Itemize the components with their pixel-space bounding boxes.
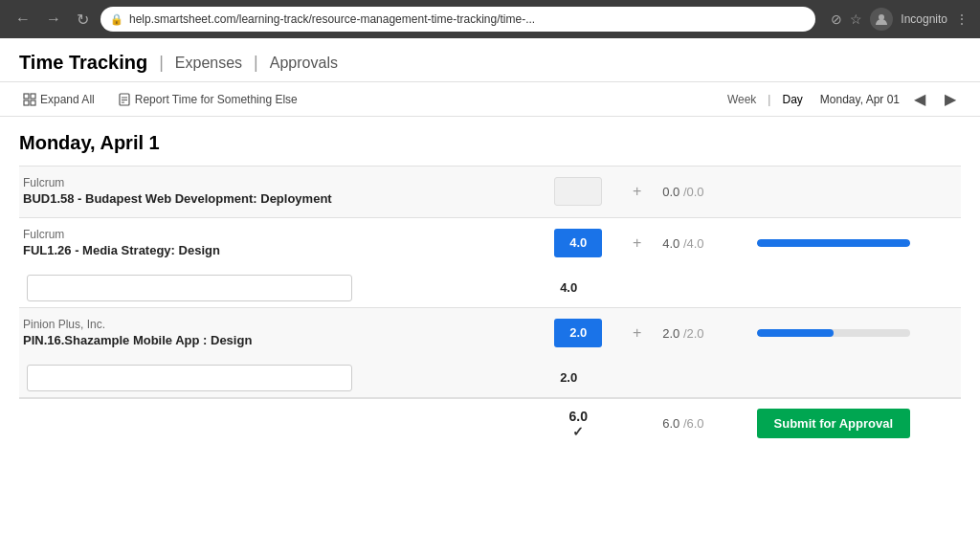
bar-cell-2 — [749, 217, 961, 268]
project-name-1: Fulcrum — [23, 176, 529, 189]
current-date: Monday, Apr 01 — [820, 93, 900, 106]
nav-divider-1: | — [159, 53, 164, 73]
time-btn-2[interactable]: 4.0 — [554, 229, 602, 257]
day-view-option[interactable]: Day — [782, 93, 802, 106]
plus-cell-2: + — [619, 217, 655, 268]
footer-total-right: 6.0 /6.0 — [655, 398, 748, 449]
toolbar-left: Expand All Report Time for Something Els… — [19, 91, 727, 108]
plus-icon-3[interactable]: + — [633, 324, 641, 341]
total-value-1: 0.0 — [662, 185, 679, 199]
bar-cell-3 — [749, 307, 961, 358]
forward-button[interactable]: → — [42, 7, 65, 32]
footer-total-left: 6.0 ✓ — [537, 398, 619, 449]
prev-day-button[interactable]: ◀ — [909, 88, 930, 110]
progress-fill-2 — [757, 239, 910, 247]
progress-fill-3 — [757, 329, 834, 337]
next-day-button[interactable]: ▶ — [940, 88, 961, 110]
table-row: Fulcrum FUL1.26 - Media Strategy: Design… — [19, 217, 961, 268]
progress-bar-2 — [757, 239, 910, 247]
footer-total-left-value: 6.0 — [545, 409, 612, 424]
table-row: Pinion Plus, Inc. PIN.16.Shazample Mobil… — [19, 307, 961, 358]
plus-icon-1[interactable]: + — [633, 183, 641, 199]
plus-cell-3: + — [619, 307, 655, 358]
time-btn-3[interactable]: 2.0 — [554, 319, 602, 347]
project-name-2: Fulcrum — [23, 228, 529, 241]
main-content: Monday, April 1 Fulcrum BUD1.58 - Budape… — [0, 117, 980, 468]
sub-row-3: 2.0 — [19, 359, 961, 398]
bar-cell-1 — [749, 167, 961, 218]
sub-row-value-2: 4.0 — [545, 280, 592, 295]
total-max-2: /4.0 — [683, 236, 704, 251]
time-table: Fulcrum BUD1.58 - Budapest Web Developme… — [19, 166, 961, 449]
plus-icon-2[interactable]: + — [633, 234, 641, 251]
svg-rect-3 — [24, 100, 29, 105]
lock-icon: 🔒 — [110, 13, 123, 26]
back-button[interactable]: ← — [11, 7, 34, 32]
nav-expenses[interactable]: Expenses — [175, 55, 242, 72]
day-heading: Monday, April 1 — [19, 117, 961, 166]
svg-rect-1 — [24, 94, 29, 99]
task-name-3: PIN.16.Shazample Mobile App : Design — [23, 333, 529, 349]
sub-row-input-3[interactable] — [27, 365, 352, 391]
sub-value-cell-3: 2.0 — [537, 359, 619, 398]
task-name-2: FUL1.26 - Media Strategy: Design — [23, 243, 529, 259]
time-input-cell-2: 4.0 — [537, 217, 619, 268]
sub-row-spacer-3 — [619, 359, 961, 398]
total-cell-3: 2.0 /2.0 — [655, 307, 748, 358]
plus-cell-1: + — [619, 167, 655, 218]
report-time-button[interactable]: Report Time for Something Else — [114, 91, 301, 108]
sub-row-value-3: 2.0 — [545, 370, 592, 385]
footer-spacer — [19, 398, 537, 449]
footer-submit-cell: Submit for Approval — [749, 398, 961, 449]
table-row: Fulcrum BUD1.58 - Budapest Web Developme… — [19, 167, 961, 218]
total-max-3: /2.0 — [683, 326, 704, 341]
submit-approval-button[interactable]: Submit for Approval — [757, 409, 910, 438]
expand-all-button[interactable]: Expand All — [19, 91, 99, 108]
report-icon — [118, 93, 131, 106]
week-view-option[interactable]: Week — [727, 93, 756, 106]
browser-icons: ⊘ ☆ Incognito ⋮ — [831, 8, 969, 31]
footer-plus-spacer — [619, 398, 655, 449]
toolbar: Expand All Report Time for Something Els… — [0, 82, 980, 117]
footer-row: 6.0 ✓ 6.0 /6.0 Submit for Approval — [19, 398, 961, 449]
project-cell-1: Fulcrum BUD1.58 - Budapest Web Developme… — [19, 167, 537, 218]
bookmark-icon[interactable]: ☆ — [850, 11, 862, 27]
refresh-button[interactable]: ↻ — [73, 7, 93, 33]
address-bar[interactable]: 🔒 help.smartsheet.com/learning-track/res… — [100, 7, 815, 32]
sub-input-cell-2 — [19, 269, 537, 308]
total-max-1: /0.0 — [683, 185, 704, 199]
time-btn-1[interactable] — [554, 177, 602, 206]
svg-rect-2 — [31, 94, 35, 99]
report-time-label: Report Time for Something Else — [135, 93, 298, 106]
svg-rect-4 — [31, 100, 35, 105]
top-nav: Time Tracking | Expenses | Approvals — [0, 38, 980, 82]
browser-chrome: ← → ↻ 🔒 help.smartsheet.com/learning-tra… — [0, 0, 980, 38]
expand-all-label: Expand All — [40, 93, 95, 106]
view-divider: | — [768, 93, 770, 106]
footer-total-right-max: /6.0 — [683, 416, 704, 431]
more-menu-button[interactable]: ⋮ — [955, 11, 969, 27]
footer-checkmark: ✓ — [545, 424, 612, 439]
sub-row-input-2[interactable] — [27, 275, 352, 301]
page-title: Time Tracking — [19, 52, 147, 74]
task-name-1: BUD1.58 - Budapest Web Development: Depl… — [23, 191, 529, 208]
nav-divider-2: | — [254, 53, 258, 73]
project-name-3: Pinion Plus, Inc. — [23, 318, 529, 331]
total-cell-2: 4.0 /4.0 — [655, 217, 748, 268]
total-cell-1: 0.0 /0.0 — [655, 167, 748, 218]
sub-row-2: 4.0 — [19, 269, 961, 308]
incognito-label: Incognito — [901, 12, 947, 26]
time-input-cell-1 — [537, 167, 619, 218]
footer-total-right-value: 6.0 — [662, 416, 679, 431]
project-cell-3: Pinion Plus, Inc. PIN.16.Shazample Mobil… — [19, 307, 537, 358]
cast-icon[interactable]: ⊘ — [831, 11, 842, 27]
project-cell-2: Fulcrum FUL1.26 - Media Strategy: Design — [19, 217, 537, 268]
nav-approvals[interactable]: Approvals — [270, 55, 338, 72]
toolbar-right: Week | Day Monday, Apr 01 ◀ ▶ — [727, 88, 961, 110]
sub-row-spacer-2 — [619, 269, 961, 308]
total-value-2: 4.0 — [662, 236, 679, 251]
sub-value-cell-2: 4.0 — [537, 269, 619, 308]
time-input-cell-3: 2.0 — [537, 307, 619, 358]
sub-input-cell-3 — [19, 359, 537, 398]
expand-icon — [23, 93, 36, 106]
